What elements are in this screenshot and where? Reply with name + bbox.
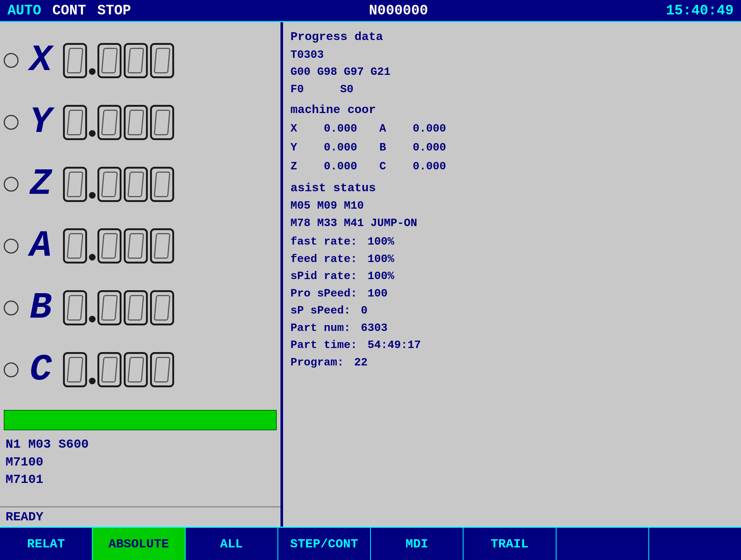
- axis-circle-c: [4, 362, 19, 377]
- digit-a-d1: [97, 228, 122, 264]
- tab-relat-label: RELAT: [27, 537, 65, 551]
- digit-b-d2: [124, 290, 148, 325]
- tab-relat[interactable]: RELAT: [0, 528, 93, 560]
- tab-absolute-label: ABSOLUTE: [109, 537, 169, 551]
- fast-rate-value: 100%: [368, 235, 394, 248]
- part-time-value: 54:49:17: [368, 339, 421, 351]
- sp-speed-value: 0: [361, 304, 368, 317]
- digit-a-d3: [150, 228, 174, 264]
- fast-rate-row: fast rate: 100%: [290, 233, 734, 251]
- digit-b-w1: [63, 290, 87, 325]
- axis-circle-x: [4, 53, 19, 68]
- program-number: N000000: [369, 3, 428, 19]
- axis-row-c: C: [4, 351, 277, 388]
- tab-all-label: ALL: [220, 537, 243, 551]
- coord-val-c: 0.000: [394, 157, 446, 176]
- main-content: X Y: [0, 22, 741, 527]
- m-codes-row2: M78 M33 M41 JUMP-ON: [290, 215, 734, 232]
- tab-mdi-label: MDI: [406, 537, 428, 551]
- tab-bar: RELAT ABSOLUTE ALL STEP/CONT MDI TRAIL: [0, 527, 741, 560]
- coord-val-b: 0.000: [394, 138, 446, 157]
- part-time-row: Part time: 54:49:17: [290, 337, 734, 354]
- digit-x-d1: [97, 43, 122, 78]
- g-codes: G00 G98 G97 G21: [290, 63, 734, 81]
- fs-codes: F0 S0: [290, 81, 734, 98]
- digit-group-whole-b: [63, 290, 87, 325]
- progress-data-title: Progress data: [290, 28, 734, 46]
- axis-label-y: Y: [24, 104, 57, 141]
- digit-a-d2: [124, 228, 148, 264]
- digit-y-d3: [150, 105, 174, 140]
- pro-speed-label: Pro sPeed:: [290, 287, 357, 300]
- digit-group-dec-b: [97, 290, 174, 325]
- sp-speed-row: sP sPeed: 0: [290, 302, 734, 319]
- coord-axis-a: A: [379, 119, 394, 138]
- tab-trail-label: TRAIL: [491, 537, 528, 551]
- digit-b-d3: [150, 290, 174, 325]
- header-bar: AUTO CONT STOP N000000 15:40:49: [0, 0, 741, 22]
- decimal-dot-b: [89, 316, 96, 322]
- coord-row-z: Z 0.000 C 0.000: [290, 157, 734, 176]
- digit-group-whole-x: [63, 43, 87, 78]
- digit-z-d2: [124, 167, 148, 202]
- digit-group-whole-a: [63, 228, 87, 264]
- sp-speed-label: sP sPeed:: [290, 304, 350, 317]
- axis-value-c: [63, 352, 174, 387]
- fast-rate-label: fast rate:: [290, 235, 357, 248]
- pro-speed-row: Pro sPeed: 100: [290, 285, 734, 302]
- digit-c-d3: [150, 352, 174, 387]
- digit-group-dec-x: [97, 43, 174, 78]
- axis-circle-a: [4, 239, 19, 254]
- axis-circle-y: [4, 115, 19, 130]
- digit-x-d2: [124, 43, 148, 78]
- coord-val-z: 0.000: [305, 157, 357, 176]
- axis-row-y: Y: [4, 104, 277, 141]
- coord-axis-y: Y: [290, 138, 305, 157]
- tab-absolute[interactable]: ABSOLUTE: [93, 528, 185, 560]
- right-panel: Progress data T0303 G00 G98 G97 G21 F0 S…: [283, 22, 741, 527]
- decimal-dot-a: [89, 254, 96, 261]
- spid-rate-label: sPid rate:: [290, 270, 357, 282]
- axis-row-b: B: [4, 289, 277, 327]
- program-row: Program: 22: [290, 354, 734, 371]
- axis-label-z: Z: [24, 166, 57, 203]
- digit-y-d2: [124, 105, 148, 140]
- feed-rate-label: feed rate:: [290, 253, 357, 265]
- axis-display: X Y: [0, 22, 280, 408]
- digit-c-d1: [97, 352, 122, 387]
- gcode-line-2: M7100: [6, 454, 275, 471]
- tab-empty-2: [649, 528, 741, 560]
- decimal-dot-y: [89, 130, 96, 137]
- axis-label-b: B: [24, 289, 57, 327]
- digit-z-d3: [150, 167, 174, 202]
- axis-circle-b: [4, 301, 19, 315]
- coord-axis-c: C: [379, 157, 394, 176]
- feed-rate-value: 100%: [368, 253, 394, 265]
- tab-mdi[interactable]: MDI: [371, 528, 463, 560]
- left-panel: X Y: [0, 22, 282, 527]
- coord-axis-z: Z: [290, 157, 305, 176]
- axis-value-z: [63, 167, 174, 202]
- digit-group-dec-c: [97, 352, 174, 387]
- tab-all[interactable]: ALL: [186, 528, 278, 560]
- coord-row-y: Y 0.000 B 0.000: [290, 138, 734, 157]
- tab-stepcont[interactable]: STEP/CONT: [278, 528, 371, 560]
- digit-z-d1: [97, 167, 122, 202]
- tab-trail[interactable]: TRAIL: [463, 528, 556, 560]
- assist-status-label: asist status: [290, 179, 734, 198]
- progress-bar: [4, 410, 277, 430]
- status-bar: READY: [0, 506, 280, 527]
- digit-c-d2: [124, 352, 148, 387]
- axis-circle-z: [4, 177, 19, 192]
- mode-label: AUTO: [7, 3, 41, 19]
- digit-group-whole-c: [63, 352, 87, 387]
- program-value: 22: [354, 356, 368, 369]
- clock-display: 15:40:49: [666, 3, 734, 19]
- m-codes-row1: M05 M09 M10: [290, 197, 734, 215]
- digit-group-whole-y: [63, 105, 87, 140]
- part-num-label: Part num:: [290, 322, 350, 334]
- digit-group-whole-z: [63, 167, 87, 202]
- decimal-dot-z: [89, 192, 96, 199]
- digit-y-w1: [63, 105, 87, 140]
- stop-label: STOP: [97, 3, 131, 19]
